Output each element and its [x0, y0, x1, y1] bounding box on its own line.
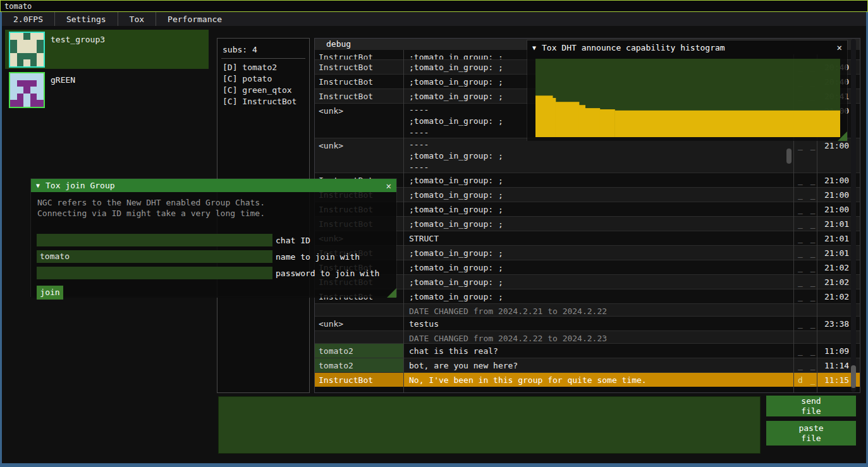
chat-scrollbar-thumb[interactable] [851, 365, 856, 388]
group-row-gREEN[interactable]: gREEN [5, 70, 209, 109]
chat-row[interactable]: <unk>----;tomato_in_group: ;----_ _21:00 [315, 138, 860, 173]
avatar-pixel [17, 73, 24, 80]
avatar-pixel [23, 40, 30, 47]
avatar-pixel [30, 87, 37, 94]
histogram-bin [535, 95, 553, 137]
avatar-pixel [10, 53, 17, 60]
avatar-pixel [37, 33, 44, 40]
menu-bar: 2.0FPSSettingsToxPerformance [2, 12, 866, 26]
resize-grip-icon[interactable] [387, 288, 396, 298]
avatar-pixel [37, 80, 44, 87]
chat-row[interactable]: <unk>testus_ _23:38 [315, 316, 860, 331]
delivery-marks: _ _ [795, 231, 818, 245]
send-file-button[interactable]: sendfile [766, 396, 856, 416]
avatar-pixel [37, 100, 44, 107]
resize-grip-icon[interactable] [838, 131, 847, 141]
message-sender: <unk> [315, 138, 403, 173]
delivery-marks [795, 304, 818, 305]
message-cell-scrollbar-thumb[interactable] [786, 149, 792, 164]
avatar-pixel [10, 87, 17, 94]
group-name: gREEN [51, 75, 75, 85]
avatar-pixel [30, 53, 37, 60]
chat-id-input[interactable] [37, 234, 272, 246]
delivery-marks: _ _ [795, 188, 818, 202]
member-item[interactable]: [D] tomato2 [217, 61, 309, 73]
message-text: ;tomato_in_group: ; [403, 289, 795, 303]
paste-file-button[interactable]: pastefile [766, 421, 856, 446]
collapse-arrow-icon[interactable]: ▼ [532, 44, 536, 51]
avatar-pixel [23, 73, 30, 80]
chat-row[interactable]: tomato2bot, are you new here?_ _11:14 [315, 358, 860, 372]
delivery-marks: _ _ [795, 289, 818, 303]
message-sender: InstructBot [315, 89, 403, 103]
group-avatar-icon [9, 72, 45, 108]
password-input[interactable] [37, 267, 272, 279]
histogram-titlebar[interactable]: ▼ Tox DHT announce capability histogram … [527, 40, 847, 54]
avatar-pixel [30, 59, 37, 66]
message-text: No, I've been in this group for quite so… [403, 373, 795, 387]
join-group-body: NGC refers to the New DHT enabled Group … [31, 192, 396, 298]
avatar-pixel [37, 46, 44, 53]
delivery-marks: _ _ [795, 202, 818, 216]
join-group-title: Tox join Group [46, 181, 115, 190]
member-item[interactable]: [C] green_qtox [217, 84, 309, 95]
delivery-marks: _ _ [795, 344, 818, 358]
chat-row[interactable]: DATE CHANGED from 2024.2.22 to 2024.2.23 [315, 331, 860, 343]
member-item[interactable]: [C] potato [217, 73, 309, 84]
histogram-bin [553, 98, 556, 137]
avatar-pixel [37, 73, 44, 80]
avatar-pixel [10, 33, 17, 40]
join-button[interactable]: join [37, 286, 63, 300]
chat-row[interactable]: DATE CHANGED from 2024.2.21 to 2024.2.22 [315, 303, 860, 316]
avatar-pixel [30, 80, 37, 87]
delivery-marks: d _ [795, 373, 818, 387]
avatar-pixel [10, 46, 17, 53]
column-separator-name[interactable] [403, 50, 404, 392]
button-label-line: send [801, 396, 821, 406]
join-group-titlebar[interactable]: ▼ Tox join Group ✕ [31, 179, 396, 192]
delivery-marks: _ _ [795, 260, 818, 274]
field-label: chat ID [276, 236, 310, 245]
chat-scrollbar-track[interactable] [851, 39, 856, 392]
app-window: tomato 2.0FPSSettingsToxPerformance test… [0, 0, 868, 467]
close-icon[interactable]: ✕ [837, 42, 842, 52]
avatar-pixel [17, 40, 24, 47]
fps-indicator: 2.0FPS [2, 12, 54, 26]
member-item[interactable]: [C] InstructBot [217, 95, 309, 107]
group-row-test_group3[interactable]: test_group3 [5, 30, 209, 69]
group-avatar-icon [9, 32, 45, 68]
join-field-row: password to join with [37, 267, 379, 279]
window-title-bar[interactable]: tomato [0, 0, 868, 12]
avatar-pixel [23, 53, 30, 60]
message-input[interactable] [218, 396, 761, 454]
collapse-arrow-icon[interactable]: ▼ [36, 182, 40, 189]
message-text: ----;tomato_in_group: ;---- [403, 138, 795, 173]
name-input[interactable]: tomato [37, 250, 272, 263]
avatar-pixel [17, 94, 24, 100]
message-sender: <unk> [315, 104, 403, 138]
message-text: bot, are you new here? [403, 358, 795, 372]
menu-item-performance[interactable]: Performance [156, 12, 233, 26]
avatar-pixel [23, 33, 30, 40]
chat-row[interactable]: InstructBotNo, I've been in this group f… [315, 372, 860, 387]
avatar-pixel [30, 40, 37, 47]
message-text: ;tomato_in_group: ; [403, 246, 795, 260]
members-header: subs: 4 [217, 39, 309, 58]
menu-item-settings[interactable]: Settings [55, 12, 118, 26]
chat-row[interactable]: tomato2chat is this real?_ _11:09 [315, 343, 860, 358]
avatar-pixel [10, 94, 17, 100]
message-sender [315, 304, 403, 316]
member-list: [D] tomato2[C] potato[C] green_qtox[C] I… [217, 61, 309, 107]
avatar-pixel [37, 53, 44, 60]
delivery-marks: _ _ [795, 358, 818, 372]
message-sender: InstructBot [315, 60, 403, 74]
menu-item-tox[interactable]: Tox [118, 12, 156, 26]
close-icon[interactable]: ✕ [386, 181, 391, 191]
avatar-pixel [30, 94, 37, 100]
avatar-pixel [10, 100, 17, 107]
field-label: password to join with [276, 269, 379, 278]
avatar-pixel [37, 94, 44, 100]
join-description-line2: Connecting via ID might take a very long… [31, 207, 396, 218]
message-sender: InstructBot [315, 75, 403, 88]
message-text: ;tomato_in_group: ; [403, 217, 795, 231]
